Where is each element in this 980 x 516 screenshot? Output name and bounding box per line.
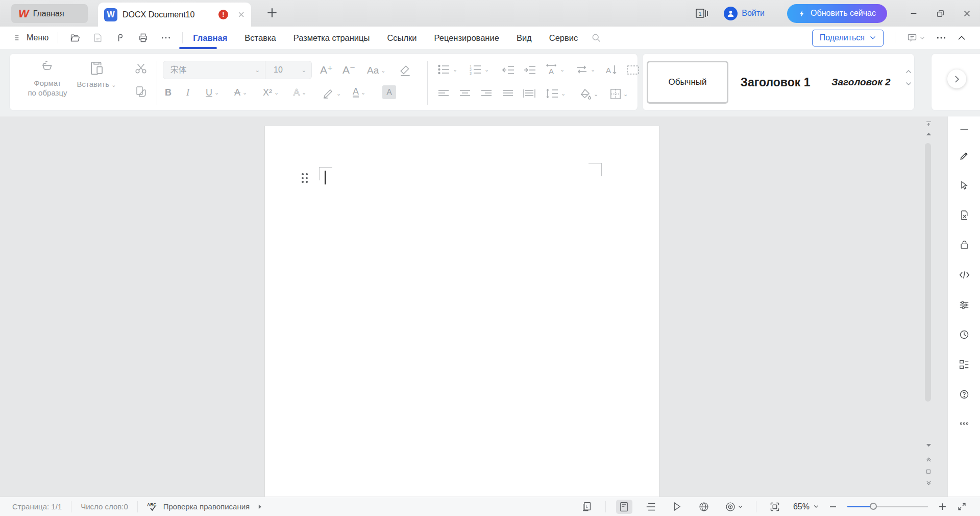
styles-scroll-down-icon[interactable]: [905, 82, 912, 86]
line-spacing-button[interactable]: ⌄: [546, 88, 566, 99]
sort-button[interactable]: A: [605, 64, 618, 76]
more-options-icon[interactable]: [936, 36, 946, 39]
grow-font-button[interactable]: A⁺: [320, 64, 333, 76]
font-color-button[interactable]: A⌄: [353, 87, 365, 98]
font-size-select[interactable]: 10⌄: [265, 65, 311, 75]
distribute-button[interactable]: [523, 89, 535, 98]
window-list-icon[interactable]: 1: [694, 7, 709, 19]
cut-button[interactable]: [134, 62, 148, 75]
justify-button[interactable]: [502, 89, 514, 98]
search-icon[interactable]: [591, 33, 601, 43]
open-file-icon[interactable]: [69, 33, 81, 43]
superscript-button[interactable]: X²⌄: [263, 87, 279, 98]
vertical-scrollbar[interactable]: [923, 116, 934, 497]
unsaved-alert-badge[interactable]: !: [218, 10, 228, 19]
italic-button[interactable]: I: [186, 87, 189, 98]
tab-references[interactable]: Ссылки: [387, 33, 416, 43]
history-clock-icon[interactable]: [948, 326, 980, 343]
minimize-button[interactable]: [900, 0, 927, 27]
clear-formatting-button[interactable]: [399, 64, 412, 77]
char-highlight-button[interactable]: A: [382, 85, 396, 99]
tab-tools[interactable]: Сервис: [549, 33, 578, 43]
collapse-ribbon-icon[interactable]: [958, 35, 966, 40]
close-window-button[interactable]: [953, 0, 980, 27]
edit-pen-icon[interactable]: [948, 147, 980, 165]
select-tool-icon[interactable]: [948, 177, 980, 194]
paste-button[interactable]: Вставить ⌄: [71, 60, 122, 90]
copy-button[interactable]: [135, 85, 147, 99]
new-tab-button[interactable]: [265, 6, 279, 19]
zoom-slider[interactable]: [847, 506, 928, 507]
style-heading2[interactable]: Заголовок 2: [822, 61, 900, 104]
document-page[interactable]: [264, 126, 659, 497]
bullet-list-button[interactable]: ⌄: [437, 64, 457, 75]
document-tab[interactable]: W DOCX Document10 !: [98, 3, 251, 27]
view-read-mode-button[interactable]: [669, 500, 685, 514]
restore-button[interactable]: [927, 0, 953, 27]
zoom-level-select[interactable]: 65%: [793, 502, 819, 511]
shading-button[interactable]: ⌄: [579, 88, 598, 100]
reading-position-icon[interactable]: [923, 121, 934, 127]
style-heading1[interactable]: Заголовок 1: [734, 61, 816, 104]
bold-button[interactable]: B: [165, 87, 172, 98]
tab-review[interactable]: Рецензирование: [434, 33, 499, 43]
align-left-button[interactable]: [437, 89, 450, 98]
strikethrough-button[interactable]: A⌄: [234, 87, 247, 98]
highlighter-button[interactable]: ⌄: [322, 87, 341, 100]
text-direction-button[interactable]: ⌄: [575, 64, 595, 75]
tab-insert[interactable]: Вставка: [244, 33, 276, 43]
reject-document-icon[interactable]: [948, 206, 980, 224]
page-indicator[interactable]: Страница: 1/1: [12, 502, 62, 511]
style-normal[interactable]: Обычный: [647, 61, 728, 104]
character-scale-button[interactable]: A⌄: [545, 63, 565, 76]
numbered-list-button[interactable]: 123⌄: [469, 64, 489, 75]
view-outline-mode-button[interactable]: [643, 500, 659, 514]
spellcheck-status[interactable]: ABC Проверка правописания: [147, 502, 262, 512]
view-web-mode-button[interactable]: [696, 500, 712, 514]
word-count[interactable]: Число слов:0: [81, 502, 128, 511]
scroll-up-icon[interactable]: [923, 132, 934, 136]
increase-indent-button[interactable]: [523, 65, 536, 75]
eye-protection-button[interactable]: [722, 500, 746, 514]
more-quick-actions-icon[interactable]: [161, 36, 171, 39]
export-pdf-icon[interactable]: [115, 33, 126, 43]
fit-page-button[interactable]: [767, 500, 783, 514]
select-browse-object-button[interactable]: [923, 469, 934, 474]
collapse-panel-icon[interactable]: [948, 121, 980, 138]
upgrade-now-button[interactable]: Обновить сейчас: [787, 4, 887, 23]
change-case-button[interactable]: Aa⌄: [367, 65, 385, 76]
lock-icon[interactable]: [948, 236, 980, 253]
shrink-font-button[interactable]: A⁻: [342, 64, 355, 76]
scroll-down-icon[interactable]: [923, 443, 934, 448]
tab-close-icon[interactable]: [237, 11, 245, 18]
scrollbar-thumb[interactable]: [925, 143, 931, 402]
print-icon[interactable]: [138, 33, 149, 43]
show-marks-button[interactable]: [626, 65, 640, 75]
help-icon[interactable]: [948, 386, 980, 403]
zoom-in-button[interactable]: [938, 502, 947, 511]
more-tools-icon[interactable]: [948, 415, 980, 432]
align-right-button[interactable]: [480, 89, 493, 98]
tab-view[interactable]: Вид: [517, 33, 532, 43]
settings-tune-icon[interactable]: [948, 296, 980, 314]
decrease-indent-button[interactable]: [502, 65, 515, 75]
view-page-mode-button[interactable]: [616, 500, 632, 514]
page-setup-icon[interactable]: L: [579, 500, 595, 514]
underline-button[interactable]: U⌄: [206, 87, 219, 98]
zoom-slider-thumb[interactable]: [870, 503, 877, 510]
tab-page-layout[interactable]: Разметка страницы: [293, 33, 370, 43]
home-tab[interactable]: W Главная: [11, 4, 88, 23]
code-icon[interactable]: [948, 266, 980, 284]
next-page-button[interactable]: [923, 480, 934, 486]
borders-button[interactable]: ⌄: [610, 88, 628, 100]
share-button[interactable]: Поделиться: [812, 30, 884, 46]
paragraph-drag-handle[interactable]: [302, 173, 308, 183]
styles-scroll-up-icon[interactable]: [905, 69, 912, 74]
save-icon[interactable]: [93, 33, 103, 43]
text-effects-button[interactable]: A⌄: [293, 87, 306, 98]
zoom-out-button[interactable]: [829, 503, 837, 511]
main-menu-button[interactable]: Меню: [0, 33, 58, 42]
align-center-button[interactable]: [459, 89, 471, 98]
comments-icon[interactable]: [906, 33, 925, 43]
previous-page-button[interactable]: [923, 457, 934, 462]
